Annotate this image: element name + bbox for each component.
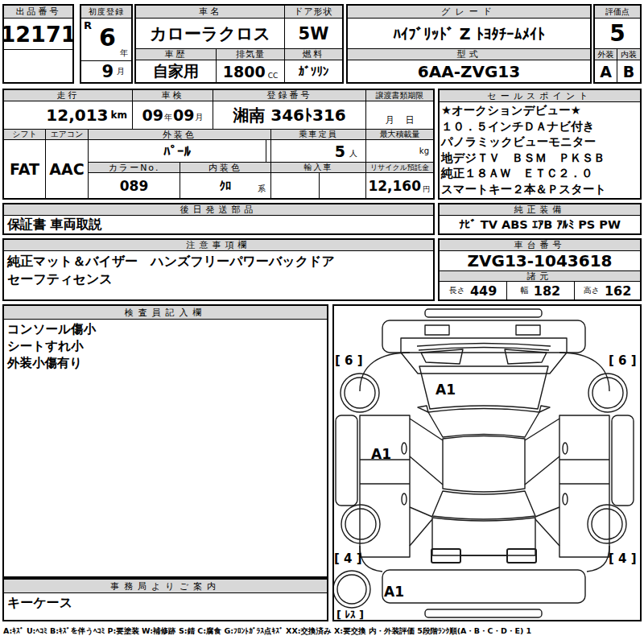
ext-color-value: ﾊﾟｰﾙ xyxy=(89,140,266,162)
displacement-number: 1800 xyxy=(223,63,266,80)
inspection-label: 車検 xyxy=(133,90,213,101)
first-reg-month-value: 9 xyxy=(101,62,114,81)
capacity-column: 乗車定員 5 人 輸入車 xyxy=(271,130,366,198)
front-plate-shape xyxy=(425,309,542,317)
damage-mark-rear-bumper: A1 xyxy=(384,584,404,600)
shift-value: FAT xyxy=(4,140,45,198)
first-reg-year-value: 6 xyxy=(99,23,116,52)
chassis-box: 車台番号 ZVG13-1043618 諸元 長さ 449 幅 182 高さ 16… xyxy=(438,238,642,301)
headlight-left-shape xyxy=(421,349,463,364)
later-parts-box: 後日発送部品 保証書 車両取説 xyxy=(2,203,435,235)
specs-label: 諸元 xyxy=(440,271,640,282)
mileage-number: 12,013 xyxy=(46,105,108,125)
load-recycle-column: 最大積載量 kg リサイクル預託金 12,160 円 xyxy=(366,130,433,198)
sales-point-line: ★オークションデビュー★ xyxy=(441,103,638,119)
lot-number-value: 12171 xyxy=(4,19,72,50)
inspection-year-unit: 年 xyxy=(164,112,172,123)
model-code-value: 6AA-ZVG13 xyxy=(348,60,590,82)
windshield-shape xyxy=(428,409,539,438)
spec-length: 長さ 449 xyxy=(440,282,507,299)
score-value: 5 xyxy=(595,19,640,49)
car-name-value: カローラクロス xyxy=(136,19,285,48)
office-box: 事務局よりご案内 キーケース xyxy=(2,578,328,621)
recycle-value: 12,160 円 xyxy=(366,173,433,198)
inspection-month-unit: 月 xyxy=(195,112,203,123)
int-color-suffix: 系 xyxy=(258,184,266,195)
shift-label: シフト xyxy=(4,130,45,140)
inspector-note-line: シートすれ小 xyxy=(7,338,324,355)
office-label: 事務局よりご案内 xyxy=(4,580,327,593)
inspector-notes-text: コンソール傷小 シートすれ小 外装小傷有り xyxy=(4,320,327,374)
spec-width-label: 幅 xyxy=(521,285,529,296)
auction-sheet: 出品番号 12171 初度登録 R 6 年 9 月 車名 ドア形状 カローラクロ… xyxy=(0,0,644,644)
lot-number-box: 出品番号 12171 xyxy=(2,4,74,84)
import-label: 輸入車 xyxy=(271,163,365,173)
capacity-number: 5 xyxy=(335,142,345,160)
transfer-deadline-label: 譲渡書類期限 xyxy=(366,90,433,101)
reg-number-label: 登録番号 xyxy=(213,90,366,101)
spec-width: 幅 182 xyxy=(507,282,575,299)
inspection-year: 09 xyxy=(142,106,163,124)
displacement-value: 1800 CC xyxy=(217,60,285,82)
displacement-label: 排気量 xyxy=(217,49,285,60)
left-door-handle-2 xyxy=(402,493,407,505)
ext-color-label: 外装色 xyxy=(89,130,270,140)
year-unit: 年 xyxy=(120,47,128,59)
ext-color-extra-cell xyxy=(266,140,270,162)
int-color-label: 内装色 xyxy=(180,163,270,173)
door-shape-label: ドア形状 xyxy=(285,6,342,19)
damage-mark-left-door: A1 xyxy=(371,446,391,462)
first-registration-year: R 6 年 xyxy=(81,19,131,61)
front-fog-left-shape xyxy=(425,325,449,335)
era-code: R xyxy=(84,19,92,31)
exterior-label: 外装 xyxy=(595,49,617,60)
reg-number-value: 湘南 346ﾄ316 xyxy=(213,101,366,129)
car-name-box: 車名 ドア形状 カローラクロス 5W 車歴 排気量 燃料 自家用 1800 CC… xyxy=(134,4,344,84)
roof-shape xyxy=(443,436,525,493)
chassis-value: ZVG13-1043618 xyxy=(440,251,640,271)
max-load-label: 最大積載量 xyxy=(366,130,433,140)
left-rear-fender-line xyxy=(360,546,382,572)
exterior-grade: A xyxy=(595,60,617,82)
rear-right-tire xyxy=(588,505,626,543)
spec-height: 高さ 162 xyxy=(575,282,640,299)
inspection-month: 09 xyxy=(173,106,194,124)
inspector-note-line: 外装小傷有り xyxy=(7,355,324,372)
score-box: 評価点 5 外装 内装 A B xyxy=(593,4,642,84)
max-load-value: kg xyxy=(366,140,433,163)
sales-points-text: ★オークションデビュー★ １０．５インチＤＡナビ付き パノラミックビューモニター… xyxy=(440,102,640,198)
tire-depth-front-right-label: [ 6 ] xyxy=(609,353,637,368)
front-left-tire-inner xyxy=(345,378,375,408)
month-unit: 月 xyxy=(117,66,125,77)
aircon-label: エアコン xyxy=(46,130,88,140)
tire-depth-front-left-label: [ 6 ] xyxy=(335,353,363,368)
right-rear-fender-line xyxy=(587,546,609,572)
transfer-deadline-value: 月 日 xyxy=(366,101,433,129)
aircon-value: AAC xyxy=(46,140,88,198)
left-rocker-shape xyxy=(336,415,357,506)
color-no-value: 089 xyxy=(89,173,180,198)
mileage-value: 12,013 km xyxy=(4,101,133,129)
interior-label: 内装 xyxy=(617,49,640,60)
int-color-name: ｸﾛ xyxy=(220,179,232,193)
recycle-number: 12,160 xyxy=(368,178,421,194)
max-load-unit: kg xyxy=(419,147,429,155)
right-front-fender-line xyxy=(559,353,609,391)
right-window-line-1 xyxy=(525,419,559,440)
history-label: 車歴 xyxy=(136,49,217,60)
capacity-label: 乗車定員 xyxy=(271,130,365,140)
first-registration-month: 9 月 xyxy=(81,61,131,82)
oem-equipment-value: ﾅﾋﾞ TV ABS ｴｱB ｱﾙﾐ PS PW xyxy=(440,216,640,233)
oem-equipment-label: 純正装備 xyxy=(440,204,640,216)
fuel-value: ｶﾞｿﾘﾝ xyxy=(285,60,342,82)
front-right-tire-inner xyxy=(592,378,623,408)
interior-grade: B xyxy=(617,60,640,82)
door-shape-value: 5W xyxy=(285,19,342,48)
right-rocker-shape xyxy=(612,415,634,506)
spec-width-value: 182 xyxy=(534,283,560,299)
mileage-label: 走行 xyxy=(4,90,133,101)
spec-height-label: 高さ xyxy=(584,285,600,296)
color-no-label: カラーNo. xyxy=(89,163,180,173)
sales-points-box: セールスポイント ★オークションデビュー★ １０．５インチＤＡナビ付き パノラミ… xyxy=(438,89,642,200)
inspection-value: 09 年 09 月 xyxy=(133,101,213,129)
